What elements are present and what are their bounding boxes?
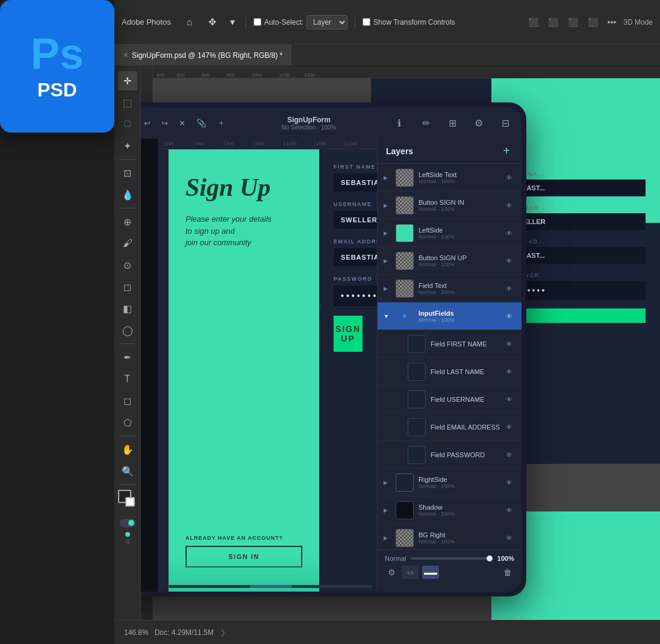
layer-eye-icon[interactable]: 👁: [506, 257, 515, 264]
hand-tool[interactable]: ✋: [118, 440, 137, 459]
layer-info-field-text: Field Text Normal - 100%: [419, 282, 501, 295]
magic-wand-tool[interactable]: ✦: [118, 136, 137, 155]
align-center-icon[interactable]: ⬛: [546, 16, 561, 28]
layer-item-inputfields[interactable]: ▼ ≡ InputFields Normal - 100% 👁: [378, 302, 521, 330]
layer-eye-icon[interactable]: 👁: [506, 424, 515, 431]
add-btn[interactable]: ＋: [215, 115, 228, 131]
layer-item-bg-right[interactable]: ▶ BG Right Normal - 100% 👁: [378, 524, 521, 549]
email-input[interactable]: SEBASTIAN.WELLER@MAIL.COM: [334, 248, 377, 266]
distribute-icon[interactable]: ⬛: [585, 16, 600, 28]
tool-sep-2: [119, 208, 136, 208]
active-tab[interactable]: ✕ SignUpForm.psd @ 147% (BG Right, RGB/8…: [114, 45, 291, 66]
layer-item-leftside-text[interactable]: ▶ LeftSide Text Normal - 100% 👁: [378, 164, 521, 192]
more-info-arrow[interactable]: ❯: [220, 628, 226, 637]
signup-submit-button[interactable]: SIGN UP: [334, 316, 363, 352]
pen-tool[interactable]: ✒: [118, 348, 137, 367]
gradient-tool[interactable]: ◧: [118, 299, 137, 318]
layer-item-field-text[interactable]: ▶ Field Text Normal - 100% 👁: [378, 275, 521, 302]
layer-eye-icon[interactable]: 👁: [506, 313, 515, 320]
layer-expand-icon: ▶: [384, 202, 391, 208]
tab-bar: ✕ SignUpForm.psd @ 147% (BG Right, RGB/8…: [114, 45, 660, 66]
layer-item-field-lastname[interactable]: Field LAST NAME 👁: [378, 358, 521, 386]
layer-item-field-username[interactable]: Field USERNAME 👁: [378, 386, 521, 413]
layer-eye-icon[interactable]: 👁: [506, 534, 515, 542]
first-name-input[interactable]: SEBASTIAN: [334, 174, 377, 192]
h-scrollbar-track[interactable]: [169, 585, 372, 588]
layer-eye-icon[interactable]: 👁: [506, 202, 515, 209]
path-tool[interactable]: ◻: [118, 391, 137, 410]
settings-icon-btn[interactable]: ⚙: [470, 114, 488, 132]
align-right-icon[interactable]: ⬛: [565, 16, 581, 28]
color-swatches[interactable]: [118, 490, 137, 509]
layer-gear-button[interactable]: ⚙: [385, 566, 398, 579]
home-button[interactable]: ⌂: [181, 13, 199, 31]
close-btn[interactable]: ✕: [176, 116, 188, 130]
layer-item-rightside[interactable]: ▶ RightSide Normal - 100% 👁: [378, 469, 521, 496]
lasso-tool[interactable]: 〇: [118, 114, 137, 134]
layer-eye-icon[interactable]: 👁: [506, 507, 515, 514]
layer-item-btn-signup[interactable]: ▶ Button SIGN UP Normal - 100% 👁: [378, 247, 521, 275]
layer-thumb-field-email: [408, 418, 426, 436]
toggle-switch[interactable]: [120, 519, 135, 527]
shape-tool[interactable]: ⬠: [118, 413, 137, 432]
heal-tool[interactable]: ⊕: [118, 212, 137, 231]
auto-select-checkbox[interactable]: [254, 18, 261, 26]
attach-btn[interactable]: 📎: [194, 116, 209, 130]
auto-select-dropdown[interactable]: Layer Group: [307, 15, 347, 30]
layer-item-leftside[interactable]: ▶ LeftSide Normal - 100% 👁: [378, 219, 521, 247]
username-group: USERNAME SWELLER: [334, 201, 377, 229]
layer-eye-icon[interactable]: 👁: [506, 285, 515, 292]
layer-eye-icon[interactable]: 👁: [506, 230, 515, 237]
dodge-tool[interactable]: ◯: [118, 320, 137, 340]
brush-tool[interactable]: 🖌: [118, 234, 137, 253]
transform-controls-checkbox[interactable]: [363, 18, 370, 26]
layer-eye-icon[interactable]: 👁: [506, 451, 515, 458]
username-input[interactable]: SWELLER: [334, 211, 377, 229]
background-color[interactable]: [125, 497, 135, 507]
layer-item-field-password[interactable]: Field PASSWORD 👁: [378, 441, 521, 469]
opacity-slider[interactable]: [411, 557, 492, 560]
type-tool[interactable]: T: [118, 369, 137, 389]
undo-btn[interactable]: ↩: [142, 116, 153, 130]
layers-actions-row: ⚙ ▭ ▬▬ 🗑: [385, 566, 514, 579]
layer-item-shadow[interactable]: ▶ Shadow Normal - 100% 👁: [378, 496, 521, 524]
layers-panel: Layers + ▶ LeftSide Text Normal - 100%: [377, 139, 521, 592]
more-options-icon[interactable]: •••: [605, 16, 619, 28]
layer-item-field-firstname[interactable]: Field FIRST NAME 👁: [378, 330, 521, 358]
canvas-area[interactable]: FIRST NA... SEBAST... USERNAM... SWELLER…: [141, 66, 660, 620]
crop-tool[interactable]: ⊡: [118, 163, 137, 183]
eraser-tool[interactable]: ◻: [118, 277, 137, 296]
edit-icon-btn[interactable]: ✏: [417, 114, 435, 132]
grid-icon-btn[interactable]: ⊞: [443, 114, 461, 132]
layer-eye-icon[interactable]: 👁: [506, 396, 515, 403]
layer-name: Shadow: [419, 504, 501, 511]
info-icon-btn[interactable]: ℹ: [390, 114, 408, 132]
layer-eye-icon[interactable]: 👁: [506, 340, 515, 348]
ruler-850: 850: [194, 141, 224, 146]
layers-icon-btn[interactable]: ⊟: [496, 114, 514, 132]
layer-item-field-email[interactable]: Field EMAIL ADDRESS 👁: [378, 413, 521, 441]
layer-eye-icon[interactable]: 👁: [506, 174, 515, 181]
align-left-icon[interactable]: ⬛: [526, 16, 541, 28]
zoom-tool[interactable]: 🔍: [118, 461, 137, 481]
layers-add-button[interactable]: +: [500, 145, 513, 158]
clone-tool[interactable]: ⊙: [118, 255, 137, 275]
h-scrollbar-thumb[interactable]: [250, 585, 292, 588]
layer-name: Field Text: [419, 282, 501, 289]
right-username-value: SWELLER: [506, 213, 646, 230]
move-dropdown-btn[interactable]: ▾: [226, 13, 238, 31]
move-tool[interactable]: ✛: [118, 71, 137, 90]
tab-close-icon[interactable]: ✕: [123, 51, 128, 59]
move-tool-btn[interactable]: ✥: [204, 13, 222, 31]
layer-stack-btn[interactable]: ▬▬: [422, 566, 439, 579]
marquee-tool[interactable]: ⬚: [118, 93, 137, 112]
layer-merge-btn[interactable]: ▭: [402, 566, 419, 579]
layer-delete-button[interactable]: 🗑: [501, 566, 514, 579]
layer-eye-icon[interactable]: 👁: [506, 479, 515, 486]
layer-item-btn-signin[interactable]: ▶ Button SIGN IN Normal - 100% 👁: [378, 192, 521, 219]
password-input[interactable]: ••••••••••••••••: [334, 286, 377, 306]
redo-btn[interactable]: ↪: [159, 116, 170, 130]
foreground-color[interactable]: [118, 490, 131, 503]
eyedropper-tool[interactable]: 💧: [118, 185, 137, 204]
layer-eye-icon[interactable]: 👁: [506, 368, 515, 375]
